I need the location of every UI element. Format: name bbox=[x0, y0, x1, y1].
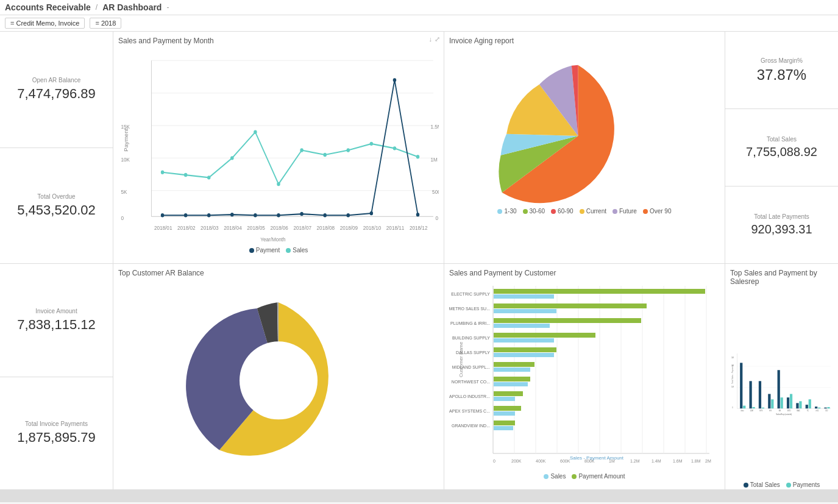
svg-point-33 bbox=[207, 176, 210, 179]
svg-rect-97 bbox=[494, 367, 530, 372]
svg-point-45 bbox=[207, 213, 210, 217]
svg-point-53 bbox=[393, 78, 396, 82]
aging-pie-svg bbox=[449, 48, 720, 224]
sales-payment-month-title: Sales and Payment by Month bbox=[118, 37, 439, 45]
svg-rect-127 bbox=[762, 408, 764, 409]
svg-rect-90 bbox=[494, 333, 595, 338]
svg-text:400K: 400K bbox=[536, 459, 546, 463]
open-ar-label: Open AR Balance bbox=[32, 77, 81, 83]
open-ar-card: Open AR Balance 7,474,796.89 bbox=[0, 32, 113, 147]
total-late-label: Total Late Payments bbox=[754, 213, 809, 220]
gross-margin-card: Gross Margin% 37.87% bbox=[725, 32, 838, 108]
svg-point-54 bbox=[416, 213, 419, 216]
svg-text:1M: 1M bbox=[430, 156, 437, 163]
svg-rect-94 bbox=[494, 353, 554, 357]
svg-text:1M: 1M bbox=[731, 386, 734, 388]
svg-text:NORTHWEST CO...: NORTHWEST CO... bbox=[452, 380, 490, 384]
svg-text:2018/05: 2018/05 bbox=[247, 224, 265, 231]
chart-expand-icons[interactable]: ↓ ⤢ bbox=[429, 35, 441, 43]
top-salesrep-panel: Top Sales and Payment by Salesrep Total … bbox=[725, 264, 838, 489]
top-customer-title: Top Customer AR Balance bbox=[118, 269, 439, 277]
svg-point-44 bbox=[184, 213, 187, 217]
svg-text:2018/04: 2018/04 bbox=[224, 224, 242, 231]
svg-point-50 bbox=[323, 213, 326, 217]
customer-bar-legend: Sales Payment Amount bbox=[449, 473, 720, 480]
invoice-amount-card: Invoice Amount 7,838,115.12 bbox=[0, 264, 113, 377]
svg-text:5K: 5K bbox=[121, 188, 127, 195]
filter-bar: = Credit Memo, Invoice = 2018 bbox=[0, 15, 838, 32]
svg-text:0: 0 bbox=[436, 215, 439, 221]
svg-text:2018/01: 2018/01 bbox=[154, 224, 172, 231]
svg-text:1.8M: 1.8M bbox=[691, 459, 701, 463]
sep2: - bbox=[166, 3, 169, 12]
donut-chart-svg bbox=[118, 280, 439, 475]
total-late-value: 920,393.31 bbox=[751, 222, 812, 236]
svg-text:Total Sales - Payments: Total Sales - Payments bbox=[731, 364, 734, 384]
header: Accounts Receivable / AR Dashboard - bbox=[0, 0, 838, 15]
svg-text:SYS: SYS bbox=[759, 410, 763, 412]
breadcrumb-dashboard[interactable]: AR Dashboard bbox=[102, 2, 162, 12]
svg-text:500K: 500K bbox=[432, 188, 439, 195]
filter-type[interactable]: = Credit Memo, Invoice bbox=[5, 18, 85, 29]
svg-rect-126 bbox=[759, 381, 761, 408]
top-salesrep-title: Top Sales and Payment by Salesrep bbox=[730, 269, 833, 286]
svg-point-42 bbox=[416, 155, 419, 158]
svg-text:METRO SALES SU...: METRO SALES SU... bbox=[449, 307, 490, 311]
sales-by-customer-panel: Sales and Payment by Customer Customer N… bbox=[444, 264, 725, 489]
svg-text:TC: TC bbox=[807, 410, 809, 412]
svg-rect-82 bbox=[494, 294, 554, 299]
svg-rect-139 bbox=[799, 401, 801, 408]
sales-payment-legend: Payment Sales bbox=[118, 247, 439, 254]
svg-text:2018/06: 2018/06 bbox=[270, 224, 288, 231]
svg-text:HS: HS bbox=[769, 410, 772, 412]
invoice-aging-panel: Invoice Aging report 1-30 30-60 60-90 Cu… bbox=[444, 32, 725, 263]
svg-rect-103 bbox=[494, 397, 515, 401]
breadcrumb-ar[interactable]: Accounts Receivable bbox=[5, 2, 91, 12]
sep1: / bbox=[96, 3, 98, 12]
total-overdue-card: Total Overdue 5,453,520.02 bbox=[0, 148, 113, 264]
kpi-top-group: Open AR Balance 7,474,796.89 Total Overd… bbox=[0, 32, 113, 263]
salesrep-legend: Total Sales Payments bbox=[730, 481, 833, 488]
svg-rect-148 bbox=[827, 407, 829, 408]
svg-text:1.2M: 1.2M bbox=[630, 459, 640, 463]
total-overdue-value: 5,453,520.02 bbox=[17, 202, 95, 218]
svg-text:1.4M: 1.4M bbox=[652, 459, 661, 463]
svg-text:PLUMBING & IRRI...: PLUMBING & IRRI... bbox=[450, 321, 490, 325]
filter-year[interactable]: = 2018 bbox=[90, 18, 121, 29]
svg-point-41 bbox=[393, 146, 396, 150]
svg-text:BUILDING SUPPLY: BUILDING SUPPLY bbox=[452, 336, 490, 340]
svg-point-37 bbox=[300, 148, 303, 152]
svg-text:0: 0 bbox=[732, 406, 733, 409]
svg-rect-84 bbox=[494, 303, 647, 308]
svg-point-46 bbox=[230, 213, 233, 216]
total-overdue-label: Total Overdue bbox=[37, 193, 75, 200]
svg-rect-108 bbox=[494, 421, 515, 425]
svg-text:2018/11: 2018/11 bbox=[386, 224, 405, 231]
total-sales-value: 7,755,088.92 bbox=[746, 145, 817, 159]
svg-rect-93 bbox=[494, 347, 556, 352]
svg-point-48 bbox=[277, 213, 280, 217]
svg-rect-100 bbox=[494, 382, 528, 386]
total-sales-card: Total Sales 7,755,088.92 bbox=[725, 109, 838, 186]
sales-by-customer-title: Sales and Payment by Customer bbox=[449, 269, 720, 277]
invoice-aging-title: Invoice Aging report bbox=[449, 37, 720, 45]
svg-text:2018/09: 2018/09 bbox=[340, 224, 358, 231]
svg-rect-99 bbox=[494, 377, 530, 382]
svg-text:Sales - Payment Amount: Sales - Payment Amount bbox=[570, 455, 624, 461]
svg-text:APEX SYSTEMS C...: APEX SYSTEMS C... bbox=[449, 409, 490, 413]
svg-point-47 bbox=[254, 213, 257, 217]
svg-rect-105 bbox=[494, 406, 521, 411]
svg-text:2018/08: 2018/08 bbox=[317, 224, 335, 231]
svg-point-43 bbox=[161, 213, 164, 217]
svg-text:SalesRep (outside): SalesRep (outside) bbox=[776, 413, 792, 416]
svg-text:OO: OO bbox=[825, 410, 828, 412]
expand-icon[interactable]: ⤢ bbox=[435, 35, 440, 43]
gross-margin-label: Gross Margin% bbox=[761, 57, 803, 64]
svg-rect-129 bbox=[768, 394, 770, 408]
svg-text:ELECTRIC SUPPLY: ELECTRIC SUPPLY bbox=[451, 292, 490, 296]
top-customer-panel: Top Customer AR Balance bbox=[113, 264, 444, 489]
svg-text:3M: 3M bbox=[731, 357, 734, 359]
download-icon[interactable]: ↓ bbox=[429, 35, 433, 43]
svg-rect-133 bbox=[781, 397, 783, 408]
svg-text:BTD: BTD bbox=[787, 410, 790, 412]
